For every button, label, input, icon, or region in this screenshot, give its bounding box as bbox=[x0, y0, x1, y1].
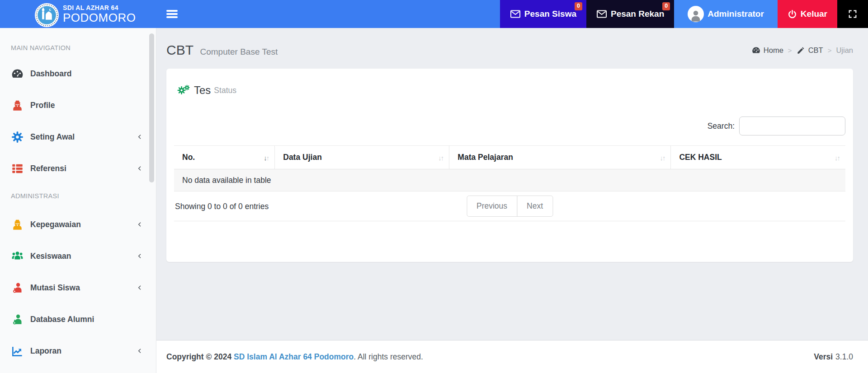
chevron-left-icon bbox=[136, 133, 143, 140]
envelope-icon bbox=[596, 9, 607, 19]
app: SDI AL AZHAR 64 PODOMORO Pesan Siswa 0 P… bbox=[0, 0, 868, 373]
chevron-left-icon bbox=[136, 347, 143, 354]
user-md-icon bbox=[11, 282, 24, 294]
sidebar-item-kesiswaan[interactable]: Kesiswaan bbox=[0, 240, 156, 272]
sidebar-item-label: Seting Awal bbox=[30, 132, 75, 142]
sidebar-item-kepegawaian[interactable]: Kepegawaian bbox=[0, 209, 156, 240]
sidebar-item-label: Referensi bbox=[30, 164, 66, 173]
school-logo-icon bbox=[34, 3, 59, 28]
version-value: 3.1.0 bbox=[835, 352, 853, 361]
pesan-rekan-button[interactable]: Pesan Rekan 0 bbox=[586, 0, 674, 28]
search-input[interactable] bbox=[739, 117, 845, 135]
logout-button[interactable]: Keluar bbox=[778, 0, 837, 28]
chevron-left-icon bbox=[136, 221, 143, 228]
main-layout: MAIN NAVIGATION Dashboard Profile Seting… bbox=[0, 28, 868, 373]
pencil-icon bbox=[797, 46, 805, 55]
top-navbar: SDI AL AZHAR 64 PODOMORO Pesan Siswa 0 P… bbox=[0, 0, 868, 28]
sort-icon: ↓↑ bbox=[438, 154, 443, 161]
next-page-button[interactable]: Next bbox=[517, 196, 553, 217]
page-title: CBT bbox=[166, 42, 193, 57]
sidebar-item-database-alumni[interactable]: Database Alumni bbox=[0, 303, 156, 335]
pagination: Previous Next bbox=[467, 196, 553, 217]
fullscreen-button[interactable] bbox=[837, 0, 868, 28]
user-secret-icon bbox=[11, 219, 24, 231]
page-heading: CBT Computer Base Test bbox=[166, 42, 278, 58]
box-subtitle: Status bbox=[214, 86, 236, 95]
content-area: CBT Computer Base Test Home > CBT > Ujia… bbox=[156, 28, 868, 373]
sidebar-item-referensi[interactable]: Referensi bbox=[0, 153, 156, 184]
gauge-icon bbox=[11, 68, 24, 80]
hamburger-icon bbox=[166, 13, 178, 15]
sidebar-item-label: Kepegawaian bbox=[30, 220, 81, 229]
sidebar-section-main-navigation: MAIN NAVIGATION bbox=[11, 44, 156, 51]
pesan-siswa-label: Pesan Siswa bbox=[524, 9, 576, 19]
breadcrumb-current: Ujian bbox=[836, 46, 853, 55]
cogs-icon bbox=[177, 84, 190, 97]
footer: Copyright © 2024 SD Islam Al Azhar 64 Po… bbox=[156, 340, 868, 373]
chart-line-icon bbox=[11, 345, 24, 357]
copyright-suffix: . All rights reserved. bbox=[354, 352, 423, 361]
chevron-left-icon bbox=[136, 165, 143, 172]
breadcrumb-cbt-link[interactable]: CBT bbox=[808, 46, 823, 55]
sidebar-item-seting-awal[interactable]: Seting Awal bbox=[0, 121, 156, 153]
chevron-left-icon bbox=[136, 252, 143, 260]
chevron-left-icon bbox=[136, 284, 143, 291]
box-header: Tes Status bbox=[174, 84, 845, 97]
copyright: Copyright © 2024 SD Islam Al Azhar 64 Po… bbox=[166, 352, 423, 362]
table-footer: Showing 0 to 0 of 0 entries Previous Nex… bbox=[174, 191, 845, 221]
table-empty-row: No data available in table bbox=[174, 169, 845, 191]
sidebar-item-label: Laporan bbox=[30, 346, 61, 356]
pesan-siswa-button[interactable]: Pesan Siswa 0 bbox=[500, 0, 586, 28]
gear-icon bbox=[11, 131, 24, 143]
tes-status-box: Tes Status Search: No. ↓↑ bbox=[166, 69, 853, 262]
column-header-no[interactable]: No. ↓↑ bbox=[174, 146, 275, 169]
school-link[interactable]: SD Islam Al Azhar 64 Podomoro bbox=[234, 352, 354, 361]
avatar bbox=[688, 6, 704, 22]
sidebar-item-label: Dashboard bbox=[30, 69, 71, 79]
copyright-prefix: Copyright © 2024 bbox=[166, 352, 234, 361]
gauge-icon bbox=[752, 46, 760, 55]
content-header: CBT Computer Base Test Home > CBT > Ujia… bbox=[166, 28, 853, 69]
pesan-rekan-label: Pesan Rekan bbox=[611, 9, 664, 19]
envelope-icon bbox=[510, 9, 521, 19]
sort-icon: ↓↑ bbox=[264, 154, 269, 161]
sidebar-item-profile[interactable]: Profile bbox=[0, 89, 156, 121]
navbar-spacer bbox=[178, 0, 500, 28]
sidebar-item-label: Mutasi Siswa bbox=[30, 283, 80, 293]
brand-logo-link[interactable]: SDI AL AZHAR 64 PODOMORO bbox=[0, 0, 156, 28]
content-inner: CBT Computer Base Test Home > CBT > Ujia… bbox=[156, 28, 868, 340]
user-menu-button[interactable]: Administrator bbox=[674, 0, 778, 28]
column-header-data-ujian[interactable]: Data Ujian ↓↑ bbox=[275, 146, 449, 169]
sidebar-item-mutasi-siswa[interactable]: Mutasi Siswa bbox=[0, 272, 156, 303]
breadcrumb: Home > CBT > Ujian bbox=[752, 46, 853, 55]
person-icon bbox=[689, 9, 703, 22]
sidebar-item-laporan[interactable]: Laporan bbox=[0, 335, 156, 367]
pesan-rekan-badge: 0 bbox=[662, 2, 670, 10]
sort-icon: ↓↑ bbox=[660, 154, 665, 161]
logout-label: Keluar bbox=[801, 9, 827, 19]
sidebar-toggle-button[interactable] bbox=[166, 0, 178, 28]
column-header-cek-hasil[interactable]: CEK HASIL ↓↑ bbox=[671, 146, 845, 169]
sort-icon: ↓↑ bbox=[835, 154, 840, 161]
version-label: Versi bbox=[814, 352, 833, 361]
empty-message: No data available in table bbox=[174, 169, 845, 191]
table-info: Showing 0 to 0 of 0 entries bbox=[175, 201, 269, 211]
sidebar-scrollbar[interactable] bbox=[149, 33, 154, 182]
previous-page-button[interactable]: Previous bbox=[467, 196, 517, 217]
sidebar-section-administrasi: ADMINISTRASI bbox=[11, 192, 156, 200]
table-header-row: No. ↓↑ Data Ujian ↓↑ Mata Pelajaran ↓↑ bbox=[174, 146, 845, 169]
pesan-siswa-badge: 0 bbox=[575, 2, 582, 10]
box-title: Tes bbox=[194, 84, 211, 97]
brand-line2: PODOMORO bbox=[63, 12, 136, 23]
column-header-mata-pelajaran[interactable]: Mata Pelajaran ↓↑ bbox=[449, 146, 671, 169]
users-icon bbox=[11, 250, 24, 262]
brand-line1: SDI AL AZHAR 64 bbox=[63, 5, 136, 11]
user-secret-icon bbox=[11, 99, 24, 112]
breadcrumb-home-link[interactable]: Home bbox=[764, 46, 783, 55]
user-name-label: Administrator bbox=[708, 9, 764, 19]
page-subtitle: Computer Base Test bbox=[200, 47, 278, 56]
breadcrumb-separator: > bbox=[788, 47, 792, 54]
breadcrumb-separator: > bbox=[828, 47, 832, 54]
sidebar-item-dashboard[interactable]: Dashboard bbox=[0, 58, 156, 89]
table-search-row: Search: bbox=[174, 117, 845, 135]
